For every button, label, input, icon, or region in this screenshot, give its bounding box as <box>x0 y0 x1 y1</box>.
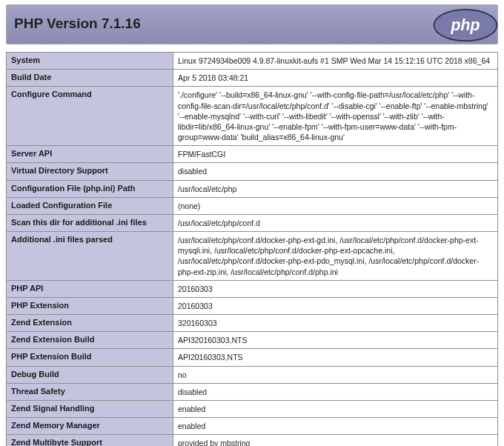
table-row: PHP Extension20160303 <box>7 297 498 314</box>
info-value: /usr/local/etc/php/conf.d/docker-php-ext… <box>173 232 498 281</box>
table-row: Scan this dir for additional .ini files/… <box>7 214 498 231</box>
table-row: PHP Extension BuildAPI20160303,NTS <box>7 349 498 366</box>
info-label: Server API <box>7 146 173 163</box>
table-row: Zend Extension320160303 <box>7 315 498 332</box>
info-value: Linux 9724934be009 4.9.87-linuxkit-aufs … <box>173 53 498 70</box>
info-value: API20160303,NTS <box>173 349 498 366</box>
info-value: enabled <box>173 418 498 435</box>
info-label: Debug Build <box>7 366 173 383</box>
table-row: Zend Extension BuildAPI320160303,NTS <box>7 332 498 349</box>
table-row: PHP API20160303 <box>7 280 498 297</box>
table-row: Debug Buildno <box>7 366 498 383</box>
info-label: Zend Signal Handling <box>7 400 173 417</box>
table-row: Configure Command'./configure' '--build=… <box>7 87 498 146</box>
info-value: (none) <box>173 197 498 214</box>
info-value: enabled <box>173 400 498 417</box>
table-row: Zend Memory Managerenabled <box>7 418 498 435</box>
info-label: Scan this dir for additional .ini files <box>7 214 173 231</box>
info-label: Configure Command <box>7 87 173 146</box>
info-label: Virtual Directory Support <box>7 163 173 180</box>
info-label: Zend Memory Manager <box>7 418 173 435</box>
info-value: Apr 5 2018 03:48:21 <box>173 70 498 87</box>
page-title: PHP Version 7.1.16 <box>14 16 141 32</box>
info-value: FPM/FastCGI <box>173 146 498 163</box>
info-label: Zend Multibyte Support <box>7 435 173 446</box>
info-label: PHP Extension Build <box>7 349 173 366</box>
info-value: provided by mbstring <box>173 435 498 446</box>
php-logo-icon: php <box>432 8 499 42</box>
table-row: SystemLinux 9724934be009 4.9.87-linuxkit… <box>7 53 498 70</box>
info-label: Build Date <box>7 70 173 87</box>
phpinfo-table-body: SystemLinux 9724934be009 4.9.87-linuxkit… <box>7 53 498 447</box>
info-label: Thread Safety <box>7 383 173 400</box>
table-row: Zend Signal Handlingenabled <box>7 400 498 417</box>
info-label: Zend Extension <box>7 315 173 332</box>
info-value: 320160303 <box>173 315 498 332</box>
info-value: './configure' '--build=x86_64-linux-gnu'… <box>173 87 498 146</box>
svg-text:php: php <box>451 16 480 34</box>
info-value: disabled <box>173 383 498 400</box>
info-value: 20160303 <box>173 297 498 314</box>
phpinfo-page: PHP Version 7.1.16 php SystemLinux 97249… <box>0 0 504 446</box>
info-value: disabled <box>173 163 498 180</box>
info-label: PHP API <box>7 280 173 297</box>
info-label: Loaded Configuration File <box>7 197 173 214</box>
info-label: System <box>7 53 173 70</box>
table-row: Loaded Configuration File(none) <box>7 197 498 214</box>
table-row: Configuration File (php.ini) Path/usr/lo… <box>7 180 498 197</box>
info-label: Configuration File (php.ini) Path <box>7 180 173 197</box>
phpinfo-table: SystemLinux 9724934be009 4.9.87-linuxkit… <box>6 52 498 446</box>
info-label: PHP Extension <box>7 297 173 314</box>
table-row: Virtual Directory Supportdisabled <box>7 163 498 180</box>
table-row: Build DateApr 5 2018 03:48:21 <box>7 70 498 87</box>
info-value: API320160303,NTS <box>173 332 498 349</box>
table-row: Zend Multibyte Supportprovided by mbstri… <box>7 435 498 446</box>
info-label: Zend Extension Build <box>7 332 173 349</box>
info-label: Additional .ini files parsed <box>7 232 173 281</box>
table-row: Server APIFPM/FastCGI <box>7 146 498 163</box>
table-row: Thread Safetydisabled <box>7 383 498 400</box>
info-value: no <box>173 366 498 383</box>
info-value: /usr/local/etc/php/conf.d <box>173 214 498 231</box>
header-box: PHP Version 7.1.16 php <box>6 4 498 44</box>
table-row: Additional .ini files parsed/usr/local/e… <box>7 232 498 281</box>
info-value: /usr/local/etc/php <box>173 180 498 197</box>
info-value: 20160303 <box>173 280 498 297</box>
